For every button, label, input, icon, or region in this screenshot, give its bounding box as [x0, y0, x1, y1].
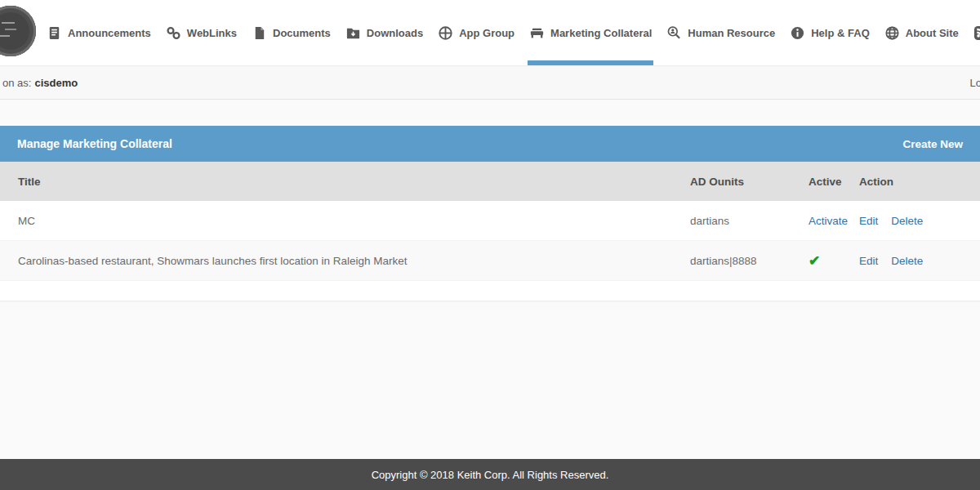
nav-item-cut-off[interactable]: C [972, 0, 980, 66]
row-ad-ounits: dartians|8888 [690, 255, 808, 267]
session-bar: on as:cisdemo Lo [0, 66, 980, 100]
panel-title: Manage Marketing Collateral [17, 137, 172, 150]
logout-link[interactable]: Lo [970, 77, 980, 89]
nav-label: App Group [459, 27, 514, 39]
table-empty-row [0, 281, 980, 301]
rss-icon [973, 25, 980, 41]
activate-link[interactable]: Activate [808, 215, 848, 227]
delete-link[interactable]: Delete [891, 215, 923, 227]
nav-label: Marketing Collateral [550, 27, 652, 39]
nav-label: About Site [906, 27, 959, 39]
company-logo [0, 6, 36, 56]
table-header-row: Title AD Ounits Active Action [0, 162, 980, 201]
nav-label: WebLinks [187, 27, 237, 39]
edit-link[interactable]: Edit [859, 255, 878, 267]
col-header-active: Active [808, 176, 859, 188]
nav-item-about-site[interactable]: About Site [883, 0, 960, 66]
nav-label: Documents [273, 27, 331, 39]
nav-item-marketing-collateral[interactable]: Marketing Collateral [528, 0, 653, 66]
nav-item-help-faq[interactable]: Help & FAQ [788, 0, 871, 66]
nav-item-app-group[interactable]: App Group [436, 0, 516, 66]
nav-item-documents[interactable]: Documents [250, 0, 332, 66]
col-header-title: Title [0, 176, 690, 188]
table-row: Carolinas-based restaurant, Showmars lau… [0, 241, 980, 281]
top-navbar: Announcements WebLinks Documents Downloa… [0, 0, 980, 66]
nav-item-human-resource[interactable]: Human Resource [665, 0, 777, 66]
copyright-text: Copyright © 2018 Keith Corp. All Rights … [372, 469, 609, 481]
nav-item-downloads[interactable]: Downloads [344, 0, 425, 66]
username: cisdemo [34, 77, 78, 89]
active-check-icon: ✔ [808, 253, 820, 269]
delete-link[interactable]: Delete [891, 255, 923, 267]
logged-on-prefix: on as: [2, 77, 31, 89]
row-title: Carolinas-based restaurant, Showmars lau… [0, 255, 690, 267]
nav-label: Downloads [367, 27, 423, 39]
help-faq-icon [790, 25, 805, 41]
nav-label: Human Resource [688, 27, 775, 39]
downloads-icon [345, 25, 361, 41]
col-header-action: Action [859, 176, 980, 188]
row-active-cell: Activate [808, 215, 859, 227]
logged-on-text: on as:cisdemo [2, 77, 78, 89]
about-site-icon [884, 25, 900, 41]
edit-link[interactable]: Edit [859, 215, 878, 227]
marketing-collateral-panel: Manage Marketing Collateral Create New T… [0, 126, 980, 301]
row-title: MC [0, 215, 690, 227]
row-action-cell: Edit Delete [859, 215, 980, 227]
row-action-cell: Edit Delete [859, 255, 980, 267]
col-header-ad-ounits: AD Ounits [690, 176, 808, 188]
nav-item-weblinks[interactable]: WebLinks [164, 0, 238, 66]
row-active-cell: ✔ [808, 254, 859, 268]
app-group-icon [438, 25, 453, 41]
page-footer: Copyright © 2018 Keith Corp. All Rights … [0, 459, 980, 490]
weblinks-icon [166, 25, 181, 41]
marketing-collateral-icon [529, 25, 545, 41]
announcements-icon [47, 25, 62, 41]
nav-label: Help & FAQ [811, 27, 870, 39]
table-row: MC dartians Activate Edit Delete [0, 201, 980, 241]
panel-header: Manage Marketing Collateral Create New [0, 126, 980, 162]
row-ad-ounits: dartians [690, 215, 808, 227]
create-new-button[interactable]: Create New [902, 138, 963, 150]
documents-icon [252, 25, 267, 41]
nav-item-announcements[interactable]: Announcements [45, 0, 153, 66]
nav-label: Announcements [68, 27, 151, 39]
human-resource-icon [666, 25, 682, 41]
